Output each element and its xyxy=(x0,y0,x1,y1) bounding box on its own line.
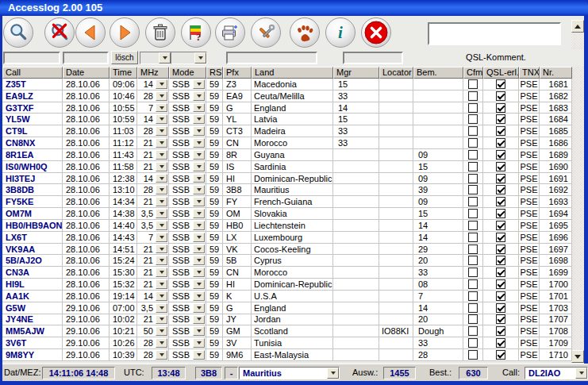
mhz-dropdown[interactable] xyxy=(156,79,167,89)
cfm-checkbox[interactable] xyxy=(468,314,478,324)
qsl-erl-checkbox[interactable] xyxy=(496,221,505,230)
column-header-call[interactable]: Call xyxy=(2,67,63,79)
next-record-button[interactable] xyxy=(110,17,140,48)
loesch-button[interactable]: lösch xyxy=(111,51,138,64)
mode-dropdown[interactable] xyxy=(193,291,205,301)
qsl-erl-checkbox[interactable] xyxy=(496,103,505,113)
qsl-erl-checkbox[interactable] xyxy=(496,350,505,360)
mhz-dropdown[interactable] xyxy=(156,185,167,194)
cfm-checkbox[interactable] xyxy=(468,174,478,183)
scroll-up-button[interactable] xyxy=(571,20,584,33)
mhz-dropdown[interactable] xyxy=(156,279,167,289)
table-row[interactable]: 5B/AJ2O28.10.0615:2421SSB595BCyprus20PSE… xyxy=(2,255,572,267)
table-row[interactable]: FY5KE28.10.0614:3421SSB59FYFrench-Guiana… xyxy=(2,196,572,208)
qsl-erl-checkbox[interactable] xyxy=(496,162,505,171)
table-row[interactable]: IS0/WH0Q28.10.0611:5821SSB59ISSardinia15… xyxy=(2,161,572,173)
mhz-dropdown[interactable] xyxy=(156,303,167,313)
table-row[interactable]: YL5W28.10.0610:5914SSB59YLLatvia15PSE168… xyxy=(2,114,572,125)
table-row[interactable]: G3TXF28.10.0610:557SSB59GEngland14PSE168… xyxy=(2,102,572,114)
cfm-checkbox[interactable] xyxy=(468,91,478,101)
mhz-dropdown[interactable] xyxy=(156,326,167,336)
column-header-rst[interactable]: RST xyxy=(206,67,223,79)
qsl-erl-checkbox[interactable] xyxy=(496,174,505,183)
mode-dropdown[interactable] xyxy=(193,221,205,230)
filter-call-input[interactable] xyxy=(3,52,60,64)
table-row[interactable]: CT9L28.10.0611:0328SSB59CT3Madeira33PSE1… xyxy=(2,125,572,137)
cfm-checkbox[interactable] xyxy=(468,233,478,242)
filter-mode-combo[interactable] xyxy=(171,52,207,64)
column-header-pfx[interactable]: Pfx xyxy=(223,67,252,79)
scroll-down-button[interactable] xyxy=(571,350,584,363)
table-row[interactable]: HI9L28.10.0615:3221SSB59HIDominican-Repu… xyxy=(2,279,572,291)
mode-dropdown[interactable] xyxy=(193,162,205,171)
cfm-checkbox[interactable] xyxy=(468,209,478,218)
column-header-mgr[interactable]: Mgr xyxy=(333,67,379,79)
table-row[interactable]: 3V6T29.10.0610:2628SSB593VTunisia33PSE17… xyxy=(2,337,572,349)
cfm-checkbox[interactable] xyxy=(468,256,478,265)
filter-mgr-input[interactable] xyxy=(343,52,403,64)
mhz-dropdown[interactable] xyxy=(156,162,167,171)
mode-dropdown[interactable] xyxy=(193,174,205,183)
table-row[interactable]: MM5AJW29.10.0610:2150SSB59GMScotlandIO88… xyxy=(2,325,572,337)
qsl-erl-checkbox[interactable] xyxy=(496,244,505,254)
mhz-dropdown[interactable] xyxy=(156,174,167,183)
cfm-checkbox[interactable] xyxy=(468,338,478,348)
qsl-comment-input[interactable] xyxy=(428,22,561,45)
mhz-dropdown[interactable] xyxy=(156,256,167,265)
filter-pfx-land-input[interactable] xyxy=(226,52,317,64)
vertical-scrollbar[interactable] xyxy=(571,20,584,363)
table-row[interactable]: AA1K28.10.0619:1414SSB59KU.S.A7PSE1701 xyxy=(2,291,572,302)
mode-dropdown[interactable] xyxy=(193,326,205,336)
mhz-dropdown[interactable] xyxy=(156,221,167,230)
table-row[interactable]: CN8NX28.10.0611:1221SSB59CNMorocco33PSE1… xyxy=(2,137,572,149)
qsl-flag-button[interactable]: ? xyxy=(181,17,211,48)
cfm-checkbox[interactable] xyxy=(468,279,478,289)
settings-button[interactable] xyxy=(251,17,281,48)
cfm-checkbox[interactable] xyxy=(468,197,478,206)
column-header-qsl-erl[interactable]: QSL-erl. xyxy=(483,67,519,79)
print-button[interactable] xyxy=(215,17,245,48)
mode-dropdown[interactable] xyxy=(193,233,205,242)
cfm-checkbox[interactable] xyxy=(468,79,478,89)
cfm-checkbox[interactable] xyxy=(468,326,478,336)
mhz-dropdown[interactable] xyxy=(156,291,167,301)
mode-dropdown[interactable] xyxy=(193,185,205,194)
cfm-checkbox[interactable] xyxy=(468,138,478,148)
mode-dropdown[interactable] xyxy=(193,256,205,265)
cfm-checkbox[interactable] xyxy=(468,162,478,171)
mhz-dropdown[interactable] xyxy=(156,338,167,348)
title-bar[interactable]: Accesslog 2.00 105 xyxy=(0,0,588,16)
mode-dropdown[interactable] xyxy=(193,126,205,136)
cfm-checkbox[interactable] xyxy=(468,150,478,160)
cancel-search-button[interactable] xyxy=(44,17,75,48)
info-button[interactable]: i xyxy=(325,17,355,48)
table-row[interactable]: VK9AA28.10.0614:5121SSB59VKCocos-Keeling… xyxy=(2,244,572,256)
qsl-erl-checkbox[interactable] xyxy=(496,209,505,218)
qsl-erl-checkbox[interactable] xyxy=(496,338,505,348)
qsl-erl-checkbox[interactable] xyxy=(496,114,505,124)
column-header-tnx[interactable]: TNX xyxy=(519,67,540,79)
qsl-erl-checkbox[interactable] xyxy=(496,185,505,194)
mode-dropdown[interactable] xyxy=(193,91,205,101)
mhz-dropdown[interactable] xyxy=(156,244,167,254)
qsl-erl-checkbox[interactable] xyxy=(496,150,505,160)
mode-dropdown[interactable] xyxy=(193,197,205,206)
column-header-mode[interactable]: Mode xyxy=(169,67,206,79)
column-header-nr[interactable]: Nr. xyxy=(540,67,572,79)
table-row[interactable]: EA9LZ28.10.0610:4628SSB59EA9Ceuta/Melill… xyxy=(2,90,572,102)
filter-mhz-combo[interactable] xyxy=(140,52,171,64)
mhz-dropdown[interactable] xyxy=(156,268,167,277)
mode-dropdown[interactable] xyxy=(193,279,205,289)
column-header-bem[interactable]: Bem. xyxy=(413,67,463,79)
qsl-erl-checkbox[interactable] xyxy=(496,303,505,313)
qsl-erl-checkbox[interactable] xyxy=(496,256,505,265)
table-row[interactable]: CN3A28.10.0615:3021SSB59CNMorocco33PSE16… xyxy=(2,267,572,279)
qsl-erl-checkbox[interactable] xyxy=(496,79,505,89)
mhz-dropdown[interactable] xyxy=(156,197,167,206)
qsl-erl-checkbox[interactable] xyxy=(496,233,505,242)
mhz-dropdown[interactable] xyxy=(156,103,167,113)
table-row[interactable]: Z35T28.10.0609:0614SSB59Z3Macedonia15PSE… xyxy=(2,79,572,90)
mode-dropdown[interactable] xyxy=(193,79,205,89)
cfm-checkbox[interactable] xyxy=(468,114,478,124)
cfm-checkbox[interactable] xyxy=(468,103,478,113)
